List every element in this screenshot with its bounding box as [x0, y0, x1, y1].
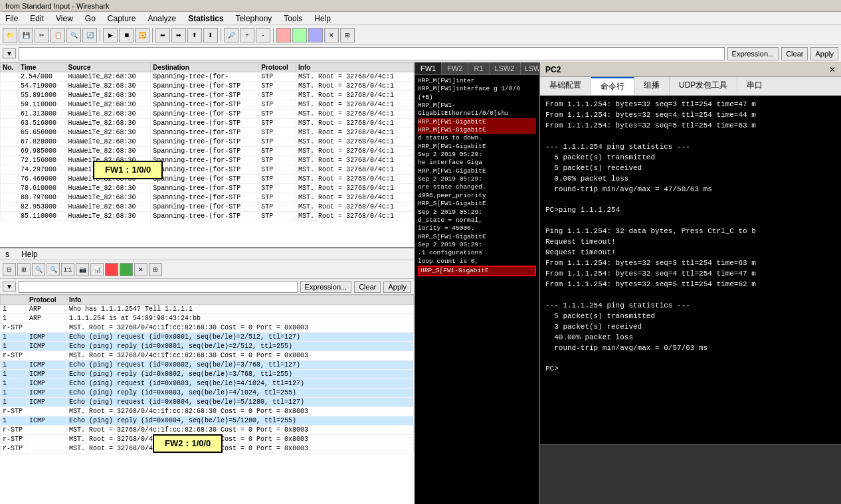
toolbar-btn-7[interactable]: ▶ [103, 28, 118, 42]
pc2-tab-udp[interactable]: UDP发包工具 [670, 77, 737, 95]
toolbar-btn-16[interactable]: - [256, 28, 270, 42]
hrp-line-19: Sep 2 2019 05:29: [418, 241, 536, 249]
toolbar2-btn-1[interactable]: ⊟ [3, 263, 16, 276]
packet-row[interactable]: 1 ICMP Echo (ping) reply (id=0x0804, seq… [1, 416, 414, 426]
toolbar-btn-3[interactable]: ✂ [35, 28, 49, 42]
pc2-tab-cmd[interactable]: 命令行 [591, 77, 634, 95]
pc2-line-22: 3 packet(s) received [545, 322, 836, 333]
menu-item-go[interactable]: Go [82, 13, 98, 24]
packet-row[interactable]: 1 ARP 1.1.1.254 is at 54:89:98:43:24:bb [1, 314, 414, 323]
toolbar-btn-12[interactable]: ⬆ [187, 28, 202, 42]
packet-list-top[interactable]: No. Time Source Destination Protocol Inf… [0, 62, 414, 248]
pc2-line-26: PC> [545, 364, 836, 375]
menu-item-capture[interactable]: Capture [105, 13, 139, 24]
toolbar2-zoom-in[interactable]: 🔍 [32, 263, 45, 276]
toolbar-color-3[interactable] [308, 28, 323, 42]
expression-button-1[interactable]: Expression... [727, 47, 779, 60]
menu-item-analyze[interactable]: Analyze [145, 13, 179, 24]
toolbar: 📁 💾 ✂ 📋 🔍 🔄 ▶ ⏹ 🔁 ⬅ ➡ ⬆ ⬇ 🔎 + - ✕ ⊞ [0, 25, 841, 45]
toolbar2-x[interactable]: ✕ [134, 263, 147, 276]
toolbar-btn-9[interactable]: 🔁 [135, 28, 149, 42]
menu-item-help[interactable]: Help [312, 13, 333, 24]
toolbar2-color-g[interactable] [120, 263, 133, 276]
hrp-line-11: Sep 2 2019 05:29: [418, 175, 536, 183]
packet-row[interactable]: 1 ICMP Echo (ping) request (id=0x0804, s… [1, 398, 414, 407]
filter-dropdown-icon[interactable]: ▼ [3, 48, 16, 58]
pc2-panel: PC2 ✕ 基础配置 命令行 组播 UDP发包工具 串口 From 1.1.1.… [540, 62, 841, 504]
menu-item-view[interactable]: View [53, 13, 76, 24]
toolbar-btn-14[interactable]: 🔎 [224, 28, 238, 42]
menu-item-edit[interactable]: Edit [27, 13, 47, 24]
menu-bar: File Edit View Go Capture Analyze Statis… [0, 12, 841, 25]
packet-row[interactable]: r-STP MST. Root = 32768/0/4c:1f:cc:82:68… [1, 323, 414, 333]
pc2-line-17: From 1.1.1.254: bytes=32 seq=4 ttl=254 t… [545, 269, 836, 280]
packet-row[interactable]: r-STP MST. Root = 32768/0/4c:1f:cc:82:68… [1, 351, 414, 361]
toolbar2-btn-2[interactable]: ⊞ [17, 263, 31, 276]
packet-row[interactable]: 1 ICMP Echo (ping) reply (id=0x0803, seq… [1, 388, 414, 398]
hrp-line-20: .1 configurations [418, 249, 536, 257]
menu-item-statistics[interactable]: Statistics [185, 13, 226, 24]
apply-button-2[interactable]: Apply [383, 281, 411, 293]
hrp-tab-lsw1[interactable]: LSW1 [521, 62, 541, 74]
pc2-close-icon[interactable]: ✕ [829, 65, 836, 74]
toolbar-btn-10[interactable]: ⬅ [155, 28, 170, 42]
filter-input-1[interactable] [19, 47, 725, 60]
pc2-line-21: 5 packet(s) transmitted [545, 311, 836, 322]
packet-row[interactable]: 1 ARP Who has 1.1.1.254? Tell 1.1.1.1 [1, 305, 414, 314]
hrp-line-18: HRP_S[FW1-GigabitE [418, 233, 536, 241]
pc2-line-2: From 1.1.1.254: bytes=32 seq=4 ttl=254 t… [545, 110, 836, 121]
packet-row[interactable]: 1 ICMP Echo (ping) request (id=0x0802, s… [1, 361, 414, 370]
hrp-tab-r1[interactable]: R1 [468, 62, 489, 74]
pc2-tab-serial[interactable]: 串口 [737, 77, 772, 95]
hrp-panel: FW1 FW2 R1 LSW2 LSW1 HRP_M[FW1]inter HRP… [415, 62, 540, 504]
hrp-line-22: HRP_S[FW1-GigabitE [418, 266, 536, 276]
pc2-line-8: 0.00% packet loss [545, 174, 836, 185]
packet-row[interactable]: 1 ICMP Echo (ping) request (id=0x0803, s… [1, 379, 414, 388]
toolbar-color-2[interactable] [292, 28, 307, 42]
toolbar2-zoom-out[interactable]: 🔍 [47, 263, 60, 276]
toolbar-btn-11[interactable]: ➡ [171, 28, 186, 42]
toolbar-btn-x[interactable]: ✕ [324, 28, 339, 42]
menu-s[interactable]: s [3, 249, 12, 260]
toolbar-btn-2[interactable]: 💾 [19, 28, 33, 42]
title-bar: from Standard Input - Wireshark [0, 0, 841, 12]
toolbar-btn-1[interactable]: 📁 [3, 28, 17, 42]
toolbar2-graph[interactable]: 📊 [90, 263, 104, 276]
toolbar-btn-15[interactable]: + [240, 28, 254, 42]
toolbar-btn-13[interactable]: ⬇ [203, 28, 218, 42]
hrp-tab-lsw2[interactable]: LSW2 [490, 62, 521, 74]
col-proto: Protocol [259, 63, 296, 72]
toolbar-btn-5[interactable]: 🔍 [66, 28, 81, 42]
pc2-terminal[interactable]: From 1.1.1.254: bytes=32 seq=3 ttl=254 t… [540, 96, 841, 444]
packet-row[interactable]: 1 ICMP Echo (ping) reply (id=0x0802, seq… [1, 370, 414, 379]
col-dest: Destination [151, 63, 259, 72]
hrp-tab-fw1[interactable]: FW1 [415, 62, 442, 74]
clear-button-1[interactable]: Clear [781, 47, 808, 60]
hrp-tab-fw2[interactable]: FW2 [442, 62, 468, 74]
toolbar2-zoom-orig[interactable]: 1:1 [61, 263, 74, 276]
toolbar-btn-4[interactable]: 📋 [50, 28, 65, 42]
expression-button-2[interactable]: Expression... [300, 281, 352, 293]
toolbar2-color-r[interactable] [105, 263, 118, 276]
toolbar-color-1[interactable] [276, 28, 291, 42]
pc2-tab-multicast[interactable]: 组播 [634, 77, 670, 95]
clear-button-2[interactable]: Clear [354, 281, 381, 293]
packet-row[interactable]: 1 ICMP Echo (ping) request (id=0x0801, s… [1, 333, 414, 342]
toolbar2-grid[interactable]: ⊞ [149, 263, 162, 276]
menu-item-tools[interactable]: Tools [281, 13, 305, 24]
menu-item-telephony[interactable]: Telephony [233, 13, 275, 24]
menu-item-file[interactable]: File [3, 13, 21, 24]
toolbar2-cam[interactable]: 📷 [76, 263, 89, 276]
toolbar-btn-8[interactable]: ⏹ [119, 28, 134, 42]
filter-dropdown-icon-2[interactable]: ▼ [3, 282, 16, 292]
apply-button-1[interactable]: Apply [810, 47, 838, 60]
pc2-tab-basic[interactable]: 基础配置 [540, 77, 591, 95]
pc2-line-24: round-trip min/avg/max = 0/57/63 ms [545, 343, 836, 354]
packet-row[interactable]: r-STP MST. Root = 32768/0/4c:1f:cc:82:68… [1, 407, 414, 416]
toolbar-btn-grid[interactable]: ⊞ [340, 28, 355, 42]
packet-row[interactable]: r-STP MST. Root = 32768/0/4c:1f:cc:82:68… [1, 426, 414, 435]
toolbar-btn-6[interactable]: 🔄 [82, 28, 97, 42]
packet-row[interactable]: 1 ICMP Echo (ping) reply (id=0x0801, seq… [1, 342, 414, 351]
filter-input-2[interactable] [19, 281, 298, 293]
menu-help-2[interactable]: Help [19, 249, 41, 260]
